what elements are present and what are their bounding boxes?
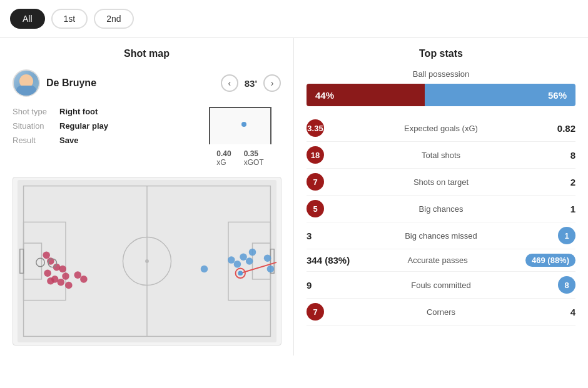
stat-left-value: 9 xyxy=(307,280,312,291)
stat-label: Expected goals (xG) xyxy=(338,124,544,133)
stat-row: 18 Total shots 8 xyxy=(307,142,575,169)
stat-right: 8 xyxy=(544,150,575,161)
xg-block: 0.40 xG xyxy=(216,149,231,167)
stat-row: 7 Shots on target 2 xyxy=(307,169,575,196)
svg-point-35 xyxy=(238,271,243,276)
stat-right-value: 4 xyxy=(570,307,575,317)
stat-label: Big chances xyxy=(338,204,544,214)
next-button[interactable]: › xyxy=(263,74,281,92)
avatar xyxy=(13,69,40,97)
svg-point-20 xyxy=(74,271,81,279)
svg-point-27 xyxy=(240,253,247,261)
svg-point-16 xyxy=(62,272,69,280)
xg-label: xG xyxy=(216,158,226,167)
svg-point-26 xyxy=(246,257,253,265)
stat-left: 9 xyxy=(307,280,338,291)
stat-right: 1 xyxy=(544,204,575,214)
stat-row: 7 Corners 4 xyxy=(307,299,575,326)
stat-right: 2 xyxy=(544,177,575,187)
top-bar: All 1st 2nd xyxy=(0,0,588,38)
result-value: Save xyxy=(59,136,78,145)
goal-frame xyxy=(209,107,271,144)
main-content: Shot map De Bruyne ‹ 83' › Shot type Rig… xyxy=(0,38,588,356)
svg-point-30 xyxy=(201,266,208,273)
tab-1st[interactable]: 1st xyxy=(51,9,88,29)
xg-value: 0.40 xyxy=(216,149,231,158)
stat-label: Fouls committed xyxy=(338,281,544,290)
svg-point-13 xyxy=(44,269,51,277)
shot-dot xyxy=(241,122,246,127)
result-row: Result Save xyxy=(13,136,200,145)
stat-left-badge: 7 xyxy=(307,303,324,321)
result-label: Result xyxy=(13,136,53,145)
stat-label: Big chances missed xyxy=(338,231,544,241)
xgot-value: 0.35 xyxy=(244,149,264,158)
svg-point-21 xyxy=(80,276,88,283)
xgot-block: 0.35 xGOT xyxy=(244,149,264,167)
stat-right-value: 2 xyxy=(570,177,575,187)
tab-2nd[interactable]: 2nd xyxy=(94,9,133,29)
stat-right-badge: 8 xyxy=(558,276,575,294)
svg-point-28 xyxy=(234,261,241,268)
svg-point-15 xyxy=(58,279,65,286)
pitch-svg xyxy=(16,180,278,342)
stat-left: 3 xyxy=(307,231,338,241)
stat-right: 1 xyxy=(544,227,575,244)
possession-left: 44% xyxy=(307,84,425,106)
situation-label: Situation xyxy=(13,121,53,131)
shot-info: Shot type Right foot Situation Regular p… xyxy=(13,107,200,167)
svg-point-18 xyxy=(65,282,73,289)
svg-point-29 xyxy=(228,256,235,264)
stat-left: 3.35 xyxy=(307,119,338,137)
stat-left: 5 xyxy=(307,200,338,217)
xgot-label: xGOT xyxy=(244,158,264,167)
stat-left-badge: 18 xyxy=(307,146,324,164)
stat-left: 18 xyxy=(307,146,338,164)
svg-point-19 xyxy=(47,277,54,285)
possession-label: Ball possession xyxy=(307,69,575,79)
stat-right: 8 xyxy=(544,276,575,294)
stat-row: 3.35 Expected goals (xG) 0.82 xyxy=(307,115,575,142)
player-name: De Bruyne xyxy=(46,77,215,89)
stat-label: Shots on target xyxy=(338,177,544,187)
minute-badge: 83' xyxy=(245,78,257,89)
stat-left-badge: 5 xyxy=(307,200,324,217)
shot-type-row: Shot type Right foot xyxy=(13,107,200,116)
pitch-container xyxy=(13,177,281,346)
left-panel: Shot map De Bruyne ‹ 83' › Shot type Rig… xyxy=(0,38,294,356)
stat-row: 3 Big chances missed 1 xyxy=(307,222,575,249)
prev-button[interactable]: ‹ xyxy=(221,74,238,92)
stat-row: 9 Fouls committed 8 xyxy=(307,272,575,299)
possession-bar: 44% 56% xyxy=(307,84,575,106)
svg-point-17 xyxy=(59,266,66,273)
stat-label: Corners xyxy=(338,307,544,317)
shot-type-value: Right foot xyxy=(59,107,98,116)
possession-right: 56% xyxy=(425,84,575,106)
stat-right-pill: 469 (88%) xyxy=(525,254,575,267)
stat-left-value: 3 xyxy=(307,231,312,241)
stat-right: 469 (88%) xyxy=(525,254,575,267)
player-row: De Bruyne ‹ 83' › xyxy=(13,69,281,97)
shot-map-title: Shot map xyxy=(13,48,281,59)
stat-left: 7 xyxy=(307,303,338,321)
shot-details: Shot type Right foot Situation Regular p… xyxy=(13,107,281,167)
stat-right-value: 1 xyxy=(570,204,575,214)
stat-right-value: 0.82 xyxy=(557,123,575,134)
stat-row: 344 (83%) Accurate passes 469 (88%) xyxy=(307,249,575,272)
svg-point-31 xyxy=(264,254,271,262)
svg-point-25 xyxy=(249,249,256,256)
stat-right-value: 8 xyxy=(570,150,575,161)
stat-left-value: 344 (83%) xyxy=(307,255,350,266)
situation-value: Regular play xyxy=(59,121,108,131)
situation-row: Situation Regular play xyxy=(13,121,200,131)
xg-stats: 0.40 xG 0.35 xGOT xyxy=(216,149,263,167)
stat-row: 5 Big chances 1 xyxy=(307,196,575,222)
svg-point-22 xyxy=(43,252,50,259)
stat-left-badge: 3.35 xyxy=(307,119,324,137)
stat-left: 7 xyxy=(307,173,338,191)
stat-left: 344 (83%) xyxy=(307,255,350,266)
stat-right: 4 xyxy=(544,307,575,317)
svg-point-32 xyxy=(267,266,275,273)
tab-all[interactable]: All xyxy=(10,9,45,29)
top-stats-title: Top stats xyxy=(307,48,575,59)
